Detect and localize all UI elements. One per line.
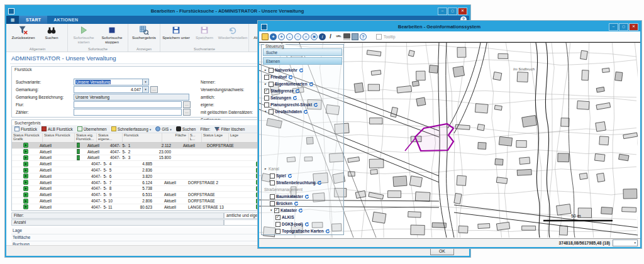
zoom-window-icon[interactable] (294, 33, 301, 40)
left-window-titlebar[interactable]: Bearbeiten - Flurstücksuche - ADMINISTRA… (6, 6, 469, 16)
column-header[interactable]: Status Flurstück Grafik (12, 133, 43, 142)
expander-icon[interactable] (264, 110, 267, 113)
maximize-icon[interactable] (448, 8, 457, 15)
gemarkung-bez-field[interactable]: Unsere Verwaltung (74, 94, 189, 101)
maximize-icon[interactable] (619, 23, 628, 31)
chevron-down-icon[interactable] (143, 86, 149, 93)
layer-tree-item[interactable]: Satzungen (262, 94, 343, 101)
refresh-layer-icon[interactable] (309, 82, 314, 87)
url-icon[interactable] (335, 33, 342, 40)
layer-tree-item[interactable]: Spiel (262, 172, 343, 179)
layer-tree-item[interactable]: Geofachdaten (262, 108, 343, 115)
print-icon[interactable] (343, 33, 350, 40)
toolbar-item[interactable]: Filter: (200, 127, 210, 131)
layer-checkbox[interactable] (269, 82, 274, 87)
column-header[interactable]: Flurstück (123, 133, 162, 142)
scale-combo[interactable] (613, 239, 638, 246)
zoom-full-icon[interactable] (311, 33, 318, 40)
layer-tree-item[interactable]: DGK5 (col) (262, 221, 343, 228)
layer-tree-item[interactable]: Straßenbeleuchtung (262, 179, 343, 186)
layer-checkbox[interactable] (270, 201, 275, 206)
layer-checkbox[interactable] (275, 215, 280, 220)
layer-checkbox[interactable] (270, 180, 275, 185)
column-header[interactable]: Fläche (162, 133, 189, 142)
gis-window-titlebar[interactable]: Bearbeiten - Geoinformationssystem (259, 22, 640, 31)
toolbar-item[interactable]: Übernehmen (77, 126, 107, 131)
refresh-layer-icon[interactable] (303, 109, 308, 114)
zoom-out-icon[interactable] (286, 33, 293, 40)
layer-tree-item[interactable]: Eigentümerarten (262, 80, 343, 87)
layer-tree-item[interactable]: Brücken (262, 200, 343, 207)
pan-icon[interactable] (270, 33, 277, 40)
instant-search-start-button[interactable]: Sofortsuche starten (70, 25, 97, 45)
refresh-layer-icon[interactable] (317, 180, 322, 185)
toolbar-item[interactable]: Schnellerfassung (111, 126, 152, 131)
toolbar-item[interactable]: Filter löschen (214, 127, 245, 131)
column-header[interactable]: S... L... (189, 133, 202, 142)
search-result-button[interactable]: Suchergebnis (130, 25, 158, 40)
instant-search-stop-button[interactable]: Sofortsuche stoppen (98, 25, 126, 45)
tooltip-checkbox[interactable] (376, 34, 382, 40)
column-header[interactable]: Status eig. Flurstück... (75, 133, 97, 142)
refresh-layer-icon[interactable] (325, 229, 330, 234)
zaehler-browse-button[interactable] (183, 109, 191, 116)
layer-tree-item[interactable]: Baumkataster (262, 193, 343, 200)
save-as-button[interactable]: Speichern unter (162, 25, 190, 40)
panel-nav-item[interactable]: Suche (263, 48, 342, 56)
refresh-layer-icon[interactable] (304, 194, 309, 199)
toolbar-item[interactable]: Flurstück (14, 126, 37, 131)
minimize-icon[interactable] (438, 8, 447, 15)
restore-button[interactable]: Wiederherstellen (219, 25, 247, 40)
layer-checkbox[interactable] (269, 68, 274, 73)
layer-checkbox[interactable] (270, 194, 275, 199)
layer-tree-item[interactable]: Straßenmanagement (262, 186, 343, 193)
column-header[interactable]: Status Flurstück (43, 133, 75, 142)
layer-checkbox[interactable] (275, 229, 280, 234)
minimize-icon[interactable] (609, 23, 618, 31)
zoom-previous-icon[interactable] (303, 33, 309, 40)
layer-checkbox[interactable] (264, 75, 269, 80)
layer-tree-item[interactable]: Stadtgrenze (262, 87, 343, 94)
save-button[interactable]: Speichern (191, 25, 218, 40)
layer-checkbox[interactable] (275, 222, 280, 227)
layer-tree-item[interactable]: Planungsrecht-Strukt (262, 101, 343, 108)
search-button[interactable]: Suchen (38, 25, 65, 40)
expander-icon[interactable] (264, 82, 267, 85)
toolbar-item[interactable]: Suchen (176, 126, 196, 131)
layer-checkbox[interactable] (270, 173, 275, 179)
reset-button[interactable]: Zurücksetzen (9, 25, 37, 40)
zoom-in-icon[interactable] (278, 33, 285, 40)
app-menu-button[interactable] (6, 16, 19, 24)
ribbon-tab[interactable]: START (19, 16, 47, 24)
close-icon[interactable] (458, 8, 467, 15)
refresh-layer-icon[interactable] (304, 222, 309, 227)
layer-checkbox[interactable] (264, 89, 269, 94)
expander-icon[interactable] (264, 167, 267, 170)
close-icon[interactable] (629, 23, 638, 31)
toolbar-item[interactable]: GIS (155, 126, 172, 131)
zaehler-field[interactable] (74, 109, 182, 116)
chevron-down-icon[interactable] (143, 79, 149, 85)
layer-tree-item[interactable]: Kataster (262, 207, 343, 214)
expander-icon[interactable] (270, 209, 273, 212)
flur-field[interactable] (74, 101, 182, 108)
layer-tree-item[interactable]: Friedhof (262, 74, 343, 80)
measure-icon[interactable] (327, 33, 334, 40)
layer-tree-item[interactable]: Kanal (262, 165, 343, 172)
suchvariante-combo[interactable]: Unsere Verwaltung (74, 79, 143, 85)
layer-checkbox[interactable] (264, 96, 269, 101)
export-image-icon[interactable] (352, 33, 358, 40)
column-header[interactable]: Status Lage (202, 133, 229, 142)
layer-tree-item[interactable]: Topografische Karten (262, 228, 343, 234)
refresh-layer-icon[interactable] (294, 201, 299, 206)
refresh-layer-icon[interactable] (292, 96, 297, 101)
open-folder-icon[interactable] (262, 33, 269, 40)
layer-tree-item[interactable]: ALKIS (262, 214, 343, 221)
toolbar-item[interactable]: ALB Flurstück (42, 126, 73, 131)
refresh-layer-icon[interactable] (295, 89, 300, 94)
refresh-layer-icon[interactable] (298, 208, 303, 213)
refresh-layer-icon[interactable] (299, 68, 304, 73)
refresh-layer-icon[interactable] (313, 102, 318, 107)
gemarkung-combo[interactable]: 4.047 (74, 86, 143, 93)
layer-checkbox[interactable] (269, 109, 274, 114)
